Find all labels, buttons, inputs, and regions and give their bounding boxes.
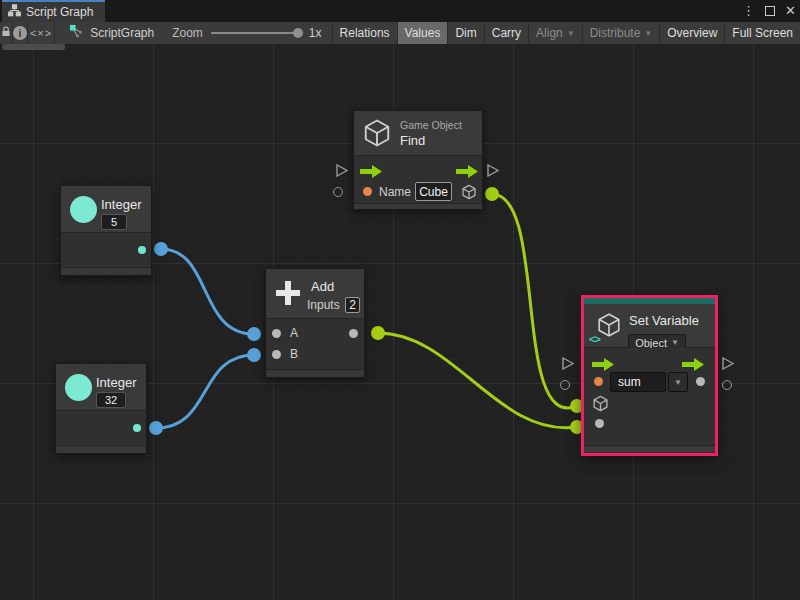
wire-integer5-to-add-a[interactable] [161, 249, 254, 334]
wire-add-to-setvariable-value[interactable] [378, 333, 577, 428]
node-footer [61, 267, 151, 275]
info-button[interactable]: i [13, 22, 28, 44]
relations-button[interactable]: Relations [333, 22, 398, 44]
tab-label: Script Graph [26, 5, 93, 19]
graph-name-label: ScriptGraph [90, 26, 154, 40]
graph-canvas[interactable]: Integer 5 Integer 32 [0, 44, 800, 600]
window-menu-icon[interactable]: ⋮ [742, 0, 755, 22]
node-title: Set Variable [629, 313, 699, 328]
flow-in-arrow-icon[interactable] [360, 164, 382, 182]
name-value-field[interactable]: Cube [415, 182, 452, 201]
port-b-label: B [290, 347, 298, 361]
code-icon: <×> [30, 27, 52, 39]
variable-name-input-port-circle[interactable] [560, 380, 570, 390]
name-input-port-circle[interactable] [333, 187, 343, 197]
gameobject-output-cube-icon[interactable] [461, 184, 477, 204]
zoom-label: Zoom [172, 26, 203, 40]
code-angle-icon: <> [589, 333, 600, 345]
zoom-control: Zoom 1x [164, 22, 332, 44]
gameobject-port-cube-icon[interactable] [592, 395, 609, 416]
wire-find-to-setvariable-object[interactable] [492, 194, 577, 408]
integer-type-icon [65, 374, 92, 401]
port-integer5-output[interactable] [154, 242, 168, 256]
inputs-label: Inputs [307, 298, 340, 312]
flow-in-port-triangle[interactable] [336, 163, 348, 176]
graph-toolbar: i <×> ScriptGraph Zoom 1x Relations Valu… [0, 22, 800, 44]
port-find-output[interactable] [485, 187, 499, 201]
align-button[interactable]: Align▼ [529, 22, 583, 44]
value-input-port-dot[interactable] [595, 419, 604, 428]
info-icon: i [13, 26, 27, 40]
flow-out-arrow-icon[interactable] [456, 164, 478, 182]
node-category: Game Object [400, 119, 462, 131]
gameobject-cube-icon [362, 118, 392, 152]
output-port-dot[interactable] [138, 246, 146, 254]
code-view-button[interactable]: <×> [28, 22, 55, 44]
input-port-b-dot[interactable] [272, 350, 281, 359]
node-gameobject-find[interactable]: Game Object Find Name Cube [353, 110, 483, 210]
zoom-value: 1x [309, 26, 322, 40]
values-button[interactable]: Values [398, 22, 449, 44]
variable-name-port-dot[interactable] [594, 377, 603, 386]
wire-integer32-to-add-b[interactable] [156, 355, 254, 428]
node-title: Find [400, 133, 425, 148]
dropdown-arrow-icon: ▼ [674, 378, 682, 387]
node-footer [584, 445, 715, 452]
dropdown-arrow-icon: ▼ [644, 29, 652, 38]
add-plus-icon [273, 278, 303, 312]
flow-out-port-triangle[interactable] [722, 356, 734, 369]
node-integer-32[interactable]: Integer 32 [55, 363, 147, 454]
zoom-slider-handle[interactable] [293, 28, 303, 38]
node-footer [266, 369, 364, 377]
dropdown-arrow-icon: ▼ [671, 338, 679, 347]
distribute-button[interactable]: Distribute▼ [583, 22, 661, 44]
port-add-output[interactable] [371, 326, 385, 340]
output-port-dot[interactable] [133, 424, 141, 432]
name-port-dot[interactable] [363, 187, 372, 196]
port-a-label: A [290, 326, 298, 340]
output-port-dot[interactable] [349, 329, 358, 338]
close-icon[interactable]: ✕ [785, 0, 796, 22]
script-graph-icon [69, 24, 84, 42]
integer-value-field[interactable]: 5 [101, 214, 127, 230]
node-title: Integer [101, 197, 141, 212]
tab-bar: Script Graph ⋮ ✕ [0, 0, 800, 22]
name-label: Name [379, 185, 411, 199]
hierarchy-icon [8, 4, 21, 20]
tab-script-graph[interactable]: Script Graph [2, 0, 105, 22]
value-output-port-dot[interactable] [696, 377, 705, 386]
node-add[interactable]: Add Inputs 2 A B [265, 268, 365, 378]
node-title: Add [311, 279, 334, 294]
flow-in-port-triangle[interactable] [562, 356, 574, 369]
variable-name-field[interactable]: sum [610, 372, 666, 392]
value-output-port-circle[interactable] [722, 380, 732, 390]
inputs-count-field[interactable]: 2 [345, 297, 360, 313]
carry-button[interactable]: Carry [485, 22, 529, 44]
port-add-input-b[interactable] [247, 348, 261, 362]
integer-value-field[interactable]: 32 [96, 392, 126, 408]
overview-button[interactable]: Overview [660, 22, 725, 44]
fullscreen-button[interactable]: Full Screen [725, 22, 800, 44]
maximize-icon[interactable] [765, 6, 775, 16]
graph-breadcrumb[interactable]: ScriptGraph [55, 22, 164, 44]
port-integer32-output[interactable] [149, 421, 163, 435]
node-title: Integer [96, 375, 136, 390]
node-integer-5[interactable]: Integer 5 [60, 185, 152, 276]
zoom-slider[interactable] [211, 32, 301, 34]
flow-out-port-triangle[interactable] [487, 163, 499, 176]
dim-button[interactable]: Dim [448, 22, 484, 44]
dropdown-arrow-icon: ▼ [567, 29, 575, 38]
port-add-input-a[interactable] [247, 327, 261, 341]
lock-icon [0, 25, 12, 41]
variable-name-dropdown-button[interactable]: ▼ [668, 372, 688, 392]
input-port-a-dot[interactable] [272, 329, 281, 338]
script-graph-window: Script Graph ⋮ ✕ i <×> ScriptGraph Zoom [0, 0, 800, 600]
node-footer [56, 445, 146, 453]
lock-button[interactable] [0, 22, 13, 44]
set-variable-icon: <> [592, 312, 622, 342]
integer-type-icon [70, 196, 97, 223]
node-set-variable[interactable]: <> Set Variable Object ▼ sum ▼ [581, 295, 718, 456]
